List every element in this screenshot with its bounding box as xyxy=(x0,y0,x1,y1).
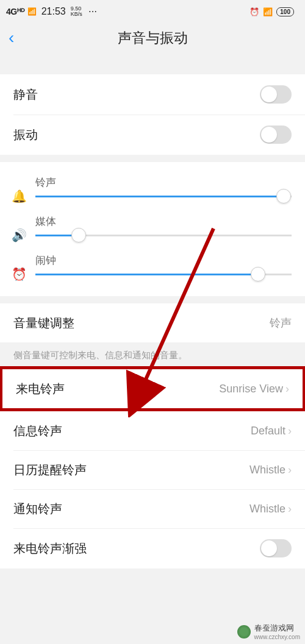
ringtone-slider[interactable] xyxy=(35,196,292,197)
calendar-ringtone-value: Whistle › xyxy=(249,464,292,476)
ringtone-slider-row: 🔔 铃声 xyxy=(9,171,292,210)
watermark: 春蚕游戏网 www.czchxy.com xyxy=(237,623,300,640)
media-slider[interactable] xyxy=(35,235,292,236)
ascending-ringtone-row[interactable]: 来电铃声渐强 xyxy=(0,528,305,568)
message-ringtone-value: Default › xyxy=(251,425,292,437)
status-bar: 4Gᴴᴰ 📶 21:53 9.50KB/s ⋯ ⏰ 📶 100 xyxy=(0,0,305,21)
volume-key-label: 音量键调整 xyxy=(13,315,74,331)
back-button[interactable]: ‹ xyxy=(9,28,14,48)
calendar-ringtone-row[interactable]: 日历提醒铃声 Whistle › xyxy=(0,450,305,489)
watermark-site: 春蚕游戏网 xyxy=(254,623,300,634)
signal-bars-icon: 📶 xyxy=(27,7,37,16)
vibrate-toggle[interactable] xyxy=(260,126,292,144)
mute-label: 静音 xyxy=(13,87,38,103)
calendar-ringtone-label: 日历提醒铃声 xyxy=(13,462,87,478)
watermark-url: www.czchxy.com xyxy=(254,634,300,640)
vibrate-row[interactable]: 振动 xyxy=(0,115,305,155)
ascending-ringtone-label: 来电铃声渐强 xyxy=(13,540,87,557)
chevron-right-icon: › xyxy=(288,464,292,476)
mute-toggle[interactable] xyxy=(260,85,292,104)
net-speed: 9.50KB/s xyxy=(71,6,82,17)
alarm-slider-row: ⏰ 闹钟 xyxy=(9,249,292,288)
vibrate-label: 振动 xyxy=(13,127,38,143)
chevron-right-icon: › xyxy=(285,383,289,395)
media-slider-label: 媒体 xyxy=(35,214,292,228)
volume-key-row[interactable]: 音量键调整 铃声 xyxy=(0,303,305,342)
highlight-annotation: 来电铃声 Sunrise View › xyxy=(0,366,305,411)
incoming-ringtone-label: 来电铃声 xyxy=(16,381,65,397)
volume-key-hint: 侧音量键可控制来电、信息和通知的音量。 xyxy=(0,342,305,366)
volume-key-section: 音量键调整 铃声 xyxy=(0,303,305,342)
clock: 21:53 xyxy=(41,6,66,17)
incoming-ringtone-row[interactable]: 来电铃声 Sunrise View › xyxy=(2,369,303,408)
more-icon: ⋯ xyxy=(88,7,98,16)
notification-ringtone-row[interactable]: 通知铃声 Whistle › xyxy=(0,489,305,528)
chevron-right-icon: › xyxy=(288,503,292,515)
incoming-ringtone-value: Sunrise View › xyxy=(219,383,289,395)
chevron-right-icon: › xyxy=(288,425,292,437)
alarm-icon: ⏰ xyxy=(249,7,259,16)
toggles-section: 静音 振动 xyxy=(0,74,305,155)
message-ringtone-row[interactable]: 信息铃声 Default › xyxy=(0,411,305,450)
ascending-toggle[interactable] xyxy=(260,539,292,557)
volume-sliders-section: 🔔 铃声 🔊 媒体 ⏰ 闹钟 xyxy=(0,162,305,296)
media-slider-row: 🔊 媒体 xyxy=(9,210,292,249)
network-type: 4Gᴴᴰ xyxy=(6,7,25,16)
bell-icon: 🔔 xyxy=(9,189,29,203)
notification-ringtone-value: Whistle › xyxy=(249,503,292,515)
notification-ringtone-label: 通知铃声 xyxy=(13,501,62,517)
volume-key-value: 铃声 xyxy=(270,316,292,330)
mute-row[interactable]: 静音 xyxy=(0,74,305,115)
alarm-slider[interactable] xyxy=(35,274,292,275)
wifi-icon: 📶 xyxy=(263,7,273,16)
battery-indicator: 100 xyxy=(276,7,294,16)
alarm-slider-label: 闹钟 xyxy=(35,253,292,267)
message-ringtone-label: 信息铃声 xyxy=(13,423,62,439)
ringtones-section: 来电铃声 Sunrise View › 信息铃声 Default › 日历提醒铃… xyxy=(0,366,305,568)
page-title: 声音与振动 xyxy=(0,29,305,48)
watermark-logo-icon xyxy=(237,625,251,639)
alarm-clock-icon: ⏰ xyxy=(9,267,29,281)
page-header: ‹ 声音与振动 xyxy=(0,21,305,55)
ringtone-slider-label: 铃声 xyxy=(35,175,292,189)
speaker-icon: 🔊 xyxy=(9,228,29,242)
